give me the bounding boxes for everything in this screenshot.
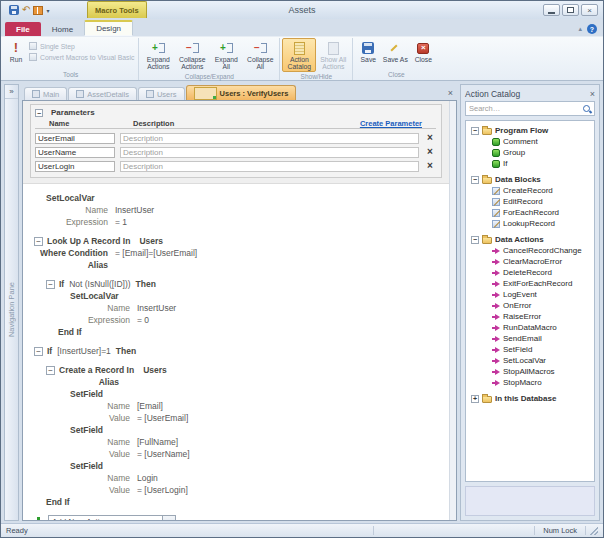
- catalog-item-setfield[interactable]: SetField: [468, 344, 592, 355]
- tab-design[interactable]: Design: [84, 20, 133, 36]
- minimize-button[interactable]: [543, 4, 560, 16]
- catalog-item-sendemail[interactable]: SendEmail: [468, 333, 592, 344]
- collapse-all-button[interactable]: − Collapse All: [243, 38, 277, 72]
- catalog-folder-data-blocks[interactable]: −Data Blocks: [468, 174, 592, 185]
- catalog-item-group[interactable]: Group: [468, 147, 592, 158]
- resize-grip[interactable]: [590, 527, 598, 535]
- close-document-button[interactable]: ×: [444, 88, 457, 100]
- collapse-if-icon[interactable]: −: [34, 347, 43, 356]
- save-as-button[interactable]: Save As: [381, 38, 409, 70]
- action-catalog-button[interactable]: Action Catalog: [282, 38, 316, 72]
- create-parameter-link[interactable]: Create Parameter: [360, 119, 422, 128]
- catalog-item-rundatamacro[interactable]: RunDataMacro: [468, 322, 592, 333]
- catalog-item-clearmacroerror[interactable]: ClearMacroError: [468, 256, 592, 267]
- parameter-description-input[interactable]: [120, 161, 419, 172]
- parameter-description-input[interactable]: [120, 133, 419, 144]
- qat-dropdown-icon[interactable]: ▾: [46, 7, 49, 14]
- catalog-item-raiseerror[interactable]: RaiseError: [468, 311, 592, 322]
- catalog-folder-data-actions[interactable]: −Data Actions: [468, 234, 592, 245]
- delete-parameter-icon[interactable]: ×: [424, 147, 436, 157]
- macro-action-name[interactable]: SetField: [70, 389, 103, 399]
- macro-if-keyword[interactable]: If: [59, 279, 64, 289]
- doc-tab-assetdetails[interactable]: AssetDetails: [68, 87, 137, 100]
- parameter-name-input[interactable]: [35, 161, 115, 172]
- catalog-item-comment[interactable]: Comment: [468, 136, 592, 147]
- catalog-item-stopallmacros[interactable]: StopAllMacros: [468, 366, 592, 377]
- macro-argument-value[interactable]: Login: [137, 473, 158, 483]
- macro-action-name[interactable]: SetField: [70, 425, 103, 435]
- tab-file[interactable]: File: [5, 22, 41, 36]
- macro-if-condition[interactable]: Not (IsNull([ID])): [69, 279, 130, 289]
- vertical-scrollbar[interactable]: [449, 101, 456, 520]
- help-icon[interactable]: ?: [587, 24, 597, 34]
- macro-argument-value[interactable]: = 0: [137, 315, 149, 325]
- catalog-item-stopmacro[interactable]: StopMacro: [468, 377, 592, 388]
- catalog-item-onerror[interactable]: OnError: [468, 300, 592, 311]
- macro-if-keyword[interactable]: If: [47, 346, 52, 356]
- macro-if-condition[interactable]: [InsertUser]=1: [57, 346, 111, 356]
- macro-block-value[interactable]: Users: [143, 365, 167, 375]
- catalog-item-editrecord[interactable]: EditRecord: [468, 196, 592, 207]
- close-window-button[interactable]: ×: [581, 4, 598, 16]
- search-icon[interactable]: [582, 104, 592, 114]
- catalog-folder-program-flow[interactable]: −Program Flow: [468, 125, 592, 136]
- tree-expander-icon[interactable]: +: [471, 395, 479, 403]
- close-action-catalog-button[interactable]: ×: [590, 89, 595, 99]
- tree-expander-icon[interactable]: −: [471, 236, 479, 244]
- table-icon[interactable]: [33, 6, 43, 15]
- expand-nav-pane-button[interactable]: »: [5, 85, 18, 99]
- catalog-item-setlocalvar[interactable]: SetLocalVar: [468, 355, 592, 366]
- collapse-if-icon[interactable]: −: [46, 280, 55, 289]
- catalog-folder-in-this-database[interactable]: +In this Database: [468, 393, 592, 404]
- run-button[interactable]: ! Run: [5, 38, 27, 70]
- macro-argument-value[interactable]: = [UserLogin]: [137, 485, 188, 495]
- catalog-item-if[interactable]: If: [468, 158, 592, 169]
- doc-tab-main[interactable]: Main: [24, 87, 67, 100]
- delete-parameter-icon[interactable]: ×: [424, 161, 436, 171]
- macro-block-keyword[interactable]: Look Up A Record In: [47, 236, 130, 246]
- catalog-item-deleterecord[interactable]: DeleteRecord: [468, 267, 592, 278]
- macro-argument-value[interactable]: InsertUser: [115, 205, 154, 215]
- collapse-block-icon[interactable]: −: [46, 366, 55, 375]
- macro-action-name[interactable]: SetField: [70, 461, 103, 471]
- macro-argument-value[interactable]: InsertUser: [137, 303, 176, 313]
- doc-tab-verifyusers-active[interactable]: Users : VerifyUsers: [186, 85, 297, 100]
- navigation-pane-collapsed[interactable]: » Navigation Pane: [4, 84, 19, 521]
- collapse-actions-button[interactable]: − Collapse Actions: [175, 38, 209, 72]
- macro-argument-value[interactable]: [Email]: [137, 401, 163, 411]
- macro-argument-value[interactable]: [FullName]: [137, 437, 178, 447]
- expand-actions-button[interactable]: + Expand Actions: [141, 38, 175, 72]
- macro-argument-value[interactable]: = [UserEmail]: [137, 413, 188, 423]
- parameter-name-input[interactable]: [35, 147, 115, 158]
- tree-expander-icon[interactable]: −: [471, 127, 479, 135]
- catalog-item-exitforeachrecord[interactable]: ExitForEachRecord: [468, 278, 592, 289]
- macro-block-keyword[interactable]: Create a Record In: [59, 365, 134, 375]
- expand-all-button[interactable]: + Expand All: [209, 38, 243, 72]
- save-icon[interactable]: [9, 5, 19, 15]
- macro-argument-value[interactable]: = 1: [115, 217, 127, 227]
- save-button[interactable]: Save: [355, 38, 381, 70]
- doc-tab-users[interactable]: Users: [138, 87, 185, 100]
- macro-argument-value[interactable]: = [UserName]: [137, 449, 190, 459]
- collapse-block-icon[interactable]: −: [34, 237, 43, 246]
- catalog-item-createrecord[interactable]: CreateRecord: [468, 185, 592, 196]
- add-new-action-dropdown-icon[interactable]: ▾: [162, 516, 175, 520]
- catalog-item-foreachrecord[interactable]: ForEachRecord: [468, 207, 592, 218]
- add-new-action-combo[interactable]: Add New Action ▾: [48, 515, 176, 520]
- tab-home[interactable]: Home: [41, 22, 84, 36]
- delete-parameter-icon[interactable]: ×: [424, 133, 436, 143]
- catalog-item-lookuprecord[interactable]: LookupRecord: [468, 218, 592, 229]
- macro-argument-value[interactable]: = [Email]=[UserEmail]: [115, 248, 197, 258]
- catalog-item-logevent[interactable]: LogEvent: [468, 289, 592, 300]
- parameter-name-input[interactable]: [35, 133, 115, 144]
- minimize-ribbon-icon[interactable]: ▴: [578, 25, 582, 33]
- collapse-parameters-icon[interactable]: −: [35, 109, 43, 117]
- parameter-description-input[interactable]: [120, 147, 419, 158]
- tree-expander-icon[interactable]: −: [471, 176, 479, 184]
- macro-block-value[interactable]: Users: [139, 236, 163, 246]
- catalog-item-cancelrecordchange[interactable]: CancelRecordChange: [468, 245, 592, 256]
- macro-action-name[interactable]: SetLocalVar: [46, 193, 95, 203]
- macro-action-name[interactable]: SetLocalVar: [70, 291, 119, 301]
- close-macro-button[interactable]: × Close: [409, 38, 437, 70]
- search-input[interactable]: [466, 104, 582, 113]
